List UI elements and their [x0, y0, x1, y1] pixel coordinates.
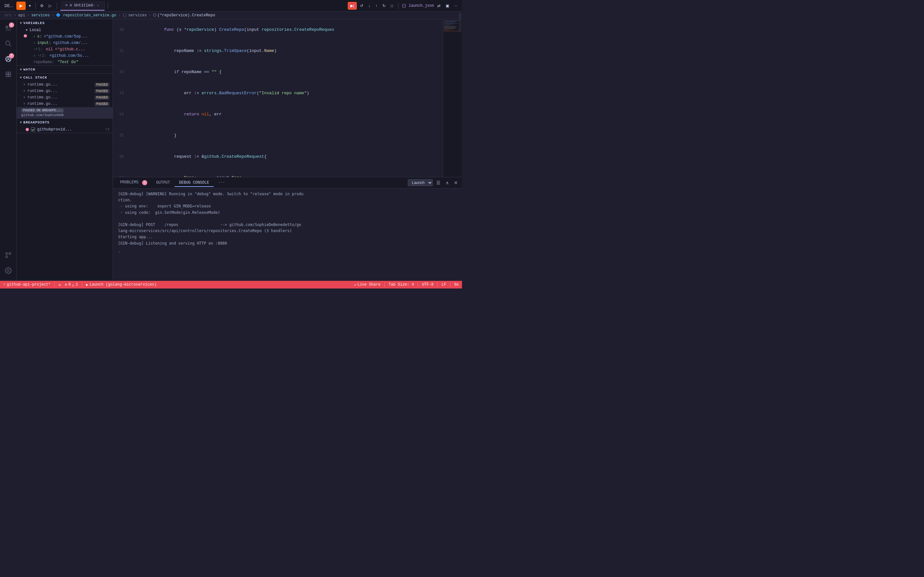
cs3-badge: PAUSED	[95, 95, 110, 100]
restart-session-button[interactable]: ↻	[381, 3, 388, 9]
local-group[interactable]: ▼ Local	[17, 27, 113, 33]
watch-header[interactable]: ▼ WATCH	[17, 66, 113, 73]
breadcrumb-file[interactable]: 🔷 repositories_service.go	[56, 13, 116, 18]
call-stack-header[interactable]: ▼ CALL STACK	[17, 74, 113, 81]
debug-label-btn[interactable]: DE...	[3, 3, 15, 9]
split-editor-button[interactable]: ⇄	[435, 3, 443, 9]
call-stack-title: CALL STACK	[23, 76, 47, 79]
cs-item-2[interactable]: › runtime.go... PAUSED	[17, 88, 113, 94]
stop-button[interactable]: □	[389, 3, 395, 9]
close-panel-button[interactable]: ✕	[452, 179, 459, 186]
settings-button[interactable]: ⚙	[38, 3, 45, 9]
mm-l5	[444, 24, 453, 25]
error-count: 0	[68, 282, 71, 287]
breakpoint-indicator	[24, 34, 27, 39]
status-sync[interactable]: ↻	[59, 282, 61, 287]
step-over-button[interactable]: ▶|	[348, 2, 357, 10]
cs4-name: runtime.go...	[27, 102, 57, 106]
step-out-button[interactable]: ↑	[373, 3, 379, 9]
launch-play-icon: ▶	[86, 282, 88, 287]
filter-button[interactable]: ☰	[435, 179, 442, 186]
close-icon: ✕	[454, 180, 458, 185]
untitled-tab[interactable]: = ≡ Untitled- ✕	[60, 1, 105, 11]
activity-icon-debug[interactable]: 7	[2, 53, 15, 65]
ln-31: 31	[113, 47, 128, 55]
breadcrumb-method[interactable]: (*repoService).CreateRepo	[158, 13, 215, 18]
code-line-36: 36 request := &github.CreateRepoRequest{	[113, 146, 443, 167]
panel-tab-more[interactable]: ···	[214, 179, 230, 187]
var-reponame-item[interactable]: repoName: "Test Go"	[19, 59, 113, 65]
console-spacer	[118, 216, 457, 222]
git-icon: ⑂	[3, 282, 5, 287]
bc-arrow-2: ›	[27, 13, 29, 18]
status-git[interactable]: ⑂ github-api-project*	[3, 282, 51, 287]
activity-icon-search[interactable]	[2, 37, 15, 50]
collapse-panel-button[interactable]: ∧	[444, 179, 451, 186]
mm-l4	[444, 23, 458, 24]
launch-json-tab[interactable]: {} launch.json	[402, 3, 434, 8]
activity-icon-extensions[interactable]	[2, 68, 15, 81]
layout-button[interactable]: ▣	[444, 3, 451, 9]
more-actions-button[interactable]: ···	[452, 3, 459, 9]
cs-item-4[interactable]: › runtime.go... PAUSED	[17, 101, 113, 107]
cs-item-3[interactable]: › runtime.go... PAUSED	[17, 94, 113, 101]
status-language[interactable]: Go	[454, 282, 459, 287]
console-line-5: [GIN-debug] POST /repos --> github.com/S…	[118, 222, 457, 228]
cs-item-1[interactable]: › runtime.go... PAUSED	[17, 81, 113, 88]
launch-select[interactable]: Launch	[408, 179, 433, 186]
activity-icon-explorer[interactable]: 1	[2, 22, 15, 35]
breadcrumb-services2[interactable]: services	[128, 13, 147, 18]
var-r2-item[interactable]: › ~r2: <github.com/So...	[19, 53, 113, 59]
lc-31: repoName := strings.TrimSpace(input.Name…	[128, 40, 443, 61]
var-r1-item[interactable]: ~r1: nil <*github.c...	[19, 46, 113, 53]
bc-arrow-4: ›	[118, 13, 120, 18]
ln-35: 35	[113, 132, 128, 139]
continue-button[interactable]: ▶	[16, 2, 26, 10]
status-line-ending[interactable]: LF	[441, 282, 446, 287]
breakpoints-header[interactable]: ▼ BREAKPOINTS	[17, 119, 113, 126]
git-branch: github-api-project*	[7, 282, 51, 287]
breadcrumb-src[interactable]: src	[5, 13, 11, 18]
variables-header[interactable]: ▼ VARIABLES	[17, 19, 113, 27]
step-into-button[interactable]: ↓	[367, 3, 372, 9]
status-launch[interactable]: ▶ Launch (golang-microservices)	[86, 282, 157, 287]
breadcrumb-api[interactable]: api	[18, 13, 25, 18]
var-s-value: <*github.com/Sop...	[44, 34, 87, 39]
layout-icon: ▣	[446, 3, 449, 8]
ln-32: 32	[113, 69, 128, 76]
cs1-chevron: ›	[23, 82, 25, 87]
breadcrumb-services[interactable]: services	[31, 13, 50, 18]
panel-tab-problems[interactable]: PROBLEMS 1	[115, 178, 152, 187]
status-encoding[interactable]: UTF-8	[422, 282, 433, 287]
code-line-34: 34 return nil, err	[113, 104, 443, 125]
panel-tab-output[interactable]: OUTPUT	[152, 179, 174, 187]
panel-tab-debug-console[interactable]: DEBUG CONSOLE	[174, 179, 214, 187]
activity-icon-settings[interactable]	[2, 264, 15, 277]
variables-title: VARIABLES	[23, 21, 45, 25]
status-errors[interactable]: ⊘ 0 △ 1	[65, 282, 78, 287]
close-icon[interactable]: ✕	[97, 3, 99, 7]
var-input-item[interactable]: › input: <github.com/...	[19, 40, 113, 46]
var-s-item[interactable]: › s: <*github.com/Sop...	[19, 33, 113, 40]
debug-sidebar: ▼ VARIABLES ▼ Local › s: <*github.com/So…	[17, 19, 113, 279]
code-line-32: 32 if repoName == "" {	[113, 61, 443, 83]
console-line-2: ction.	[118, 197, 457, 203]
bp-item-1[interactable]: githubprovid... 73	[17, 126, 113, 133]
code-scroll[interactable]: 30 func (s *repoService) CreateRepo(inpu…	[113, 19, 443, 177]
step-restart-button[interactable]: ↺	[358, 3, 365, 9]
status-live-share[interactable]: ↗ Live Share	[354, 282, 381, 287]
code-line-31: 31 repoName := strings.TrimSpace(input.N…	[113, 40, 443, 61]
status-sep-4	[418, 282, 418, 287]
status-tab-size[interactable]: Tab Size: 4	[389, 282, 414, 287]
watch-chevron: ▼	[20, 68, 22, 71]
sync-icon: ↻	[59, 282, 61, 287]
mm-l12	[444, 31, 460, 31]
terminal-button[interactable]: ▷	[47, 3, 53, 9]
console-prompt-icon: ›	[118, 249, 120, 255]
dropdown-button[interactable]: ▾	[27, 3, 33, 9]
activity-icon-git[interactable]	[2, 249, 15, 261]
ln-36: 36	[113, 153, 128, 160]
gear-icon: ⚙	[40, 3, 44, 8]
svg-rect-11	[6, 75, 8, 77]
cs-paused-on-bp[interactable]: PAUSED ON BREAKPO... github.com/SophieDe…	[17, 107, 113, 118]
